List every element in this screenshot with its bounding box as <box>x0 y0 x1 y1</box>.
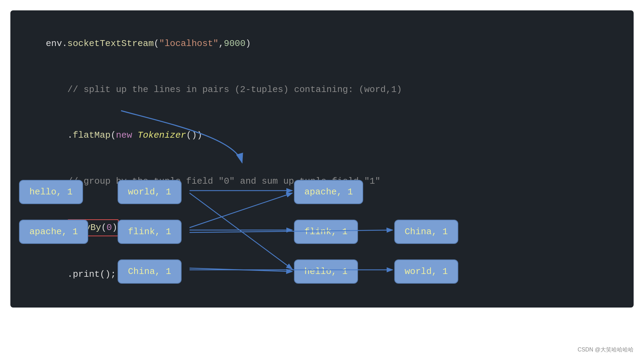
tuple-world-1-right2: world, 1 <box>394 259 458 284</box>
code-localhost: "localhost" <box>159 38 219 49</box>
tuple-hello-1-left: hello, 1 <box>19 180 83 204</box>
diagram-area: hello, 1 apache, 1 world, 1 flink, 1 Chi… <box>0 156 644 350</box>
code-comment-1: // split up the lines in pairs (2-tuples… <box>46 84 402 95</box>
tuple-apache-1-right: apache, 1 <box>294 180 363 204</box>
watermark: CSDN @大笑哈哈哈哈 <box>578 346 634 354</box>
tuple-apache-1-left: apache, 1 <box>19 220 88 244</box>
code-dot1: . <box>46 130 73 140</box>
arrow-flink-china <box>190 230 393 232</box>
code-paren-close: ) <box>246 38 251 49</box>
arrow-china-hello <box>190 268 292 272</box>
code-line-1: env.socketTextStream("localhost",9000) <box>24 21 620 67</box>
tuple-china-1-mid: China, 1 <box>118 259 182 284</box>
code-new: new <box>116 130 137 140</box>
code-env: env. <box>46 38 67 49</box>
code-line-3: .flatMap(new Tokenizer()) <box>24 112 620 158</box>
tuple-flink-1-right: flink, 1 <box>294 220 358 244</box>
tuple-flink-1-mid: flink, 1 <box>118 220 182 244</box>
tuple-world-1-mid: world, 1 <box>118 180 182 204</box>
code-paren2: ( <box>111 130 116 140</box>
code-comma: , <box>219 38 224 49</box>
arrow-world-hello <box>190 193 292 269</box>
code-line-2: // split up the lines in pairs (2-tuples… <box>24 67 620 113</box>
code-flatmap: flatMap <box>73 130 110 140</box>
tuple-hello-1-right: hello, 1 <box>294 259 358 284</box>
code-paren3: ()) <box>186 130 202 140</box>
arrow-flink-apache <box>190 193 292 228</box>
code-tokenizer: Tokenizer <box>138 130 186 140</box>
code-port: 9000 <box>224 38 245 49</box>
code-paren: ( <box>154 38 159 49</box>
tuple-china-1-right2: China, 1 <box>394 220 458 244</box>
code-method-socket: socketTextStream <box>67 38 154 49</box>
